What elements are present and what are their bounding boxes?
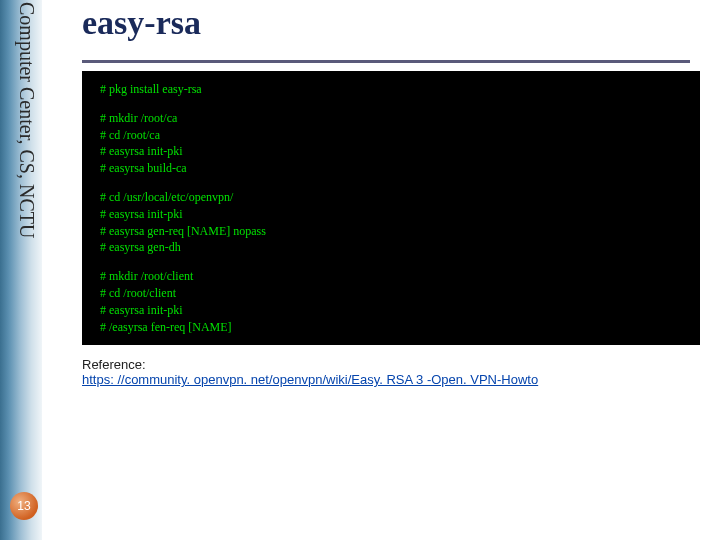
term-group-ca: # mkdir /root/ca # cd /root/ca # easyrsa… [100, 110, 686, 177]
term-line: # cd /usr/local/etc/openvpn/ [100, 189, 686, 206]
term-line: # mkdir /root/client [100, 268, 686, 285]
page-title: easy-rsa [82, 4, 700, 42]
term-line: # cd /root/client [100, 285, 686, 302]
term-line: # easyrsa init-pki [100, 206, 686, 223]
term-group-install: # pkg install easy-rsa [100, 81, 686, 98]
term-group-server: # cd /usr/local/etc/openvpn/ # easyrsa i… [100, 189, 686, 256]
term-line: # easyrsa build-ca [100, 160, 686, 177]
reference-section: Reference: https: //community. openvpn. … [82, 357, 700, 387]
reference-link[interactable]: https: //community. openvpn. net/openvpn… [82, 372, 538, 387]
term-line: # easyrsa init-pki [100, 143, 686, 160]
term-line: # easyrsa gen-req [NAME] nopass [100, 223, 686, 240]
terminal-block: # pkg install easy-rsa # mkdir /root/ca … [82, 71, 700, 345]
title-rule [82, 60, 690, 63]
term-line: # mkdir /root/ca [100, 110, 686, 127]
term-line: # pkg install easy-rsa [100, 81, 686, 98]
slide-content: easy-rsa # pkg install easy-rsa # mkdir … [60, 0, 700, 540]
term-line: # /easyrsa fen-req [NAME] [100, 319, 686, 336]
term-line: # easyrsa init-pki [100, 302, 686, 319]
reference-label: Reference: [82, 357, 700, 372]
term-line: # cd /root/ca [100, 127, 686, 144]
page-number-badge: 13 [10, 492, 38, 520]
sidebar-vertical-text: Computer Center, CS, NCTU [2, 0, 38, 400]
term-group-client: # mkdir /root/client # cd /root/client #… [100, 268, 686, 335]
term-line: # easyrsa gen-dh [100, 239, 686, 256]
